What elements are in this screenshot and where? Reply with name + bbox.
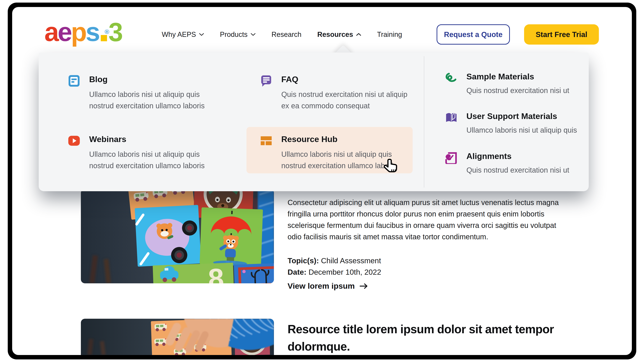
nav-label: Training xyxy=(377,30,402,38)
screenshot-canvas: aeps 3 ® Why AEPS Products Research Reso… xyxy=(0,0,644,362)
menu-item-title: Webinars xyxy=(89,134,218,144)
date-label: Date: xyxy=(288,268,306,276)
webinars-icon xyxy=(68,134,80,147)
nav-item-resources[interactable]: Resources xyxy=(317,30,361,38)
menu-item-text: User Support Materials Ullamco laboris n… xyxy=(466,112,577,136)
menu-divider xyxy=(424,56,424,188)
menu-item-desc: Ullamco laboris nisi ut aliquip quis nos… xyxy=(281,148,410,171)
nav-label: Products xyxy=(220,30,248,38)
nav-item-training[interactable]: Training xyxy=(377,30,402,38)
faq-icon xyxy=(260,74,272,87)
chevron-up-icon xyxy=(356,32,361,36)
menu-item-desc: Quis nostrud exercitation nisi ut aliqui… xyxy=(281,88,410,112)
registered-trademark: ® xyxy=(105,19,109,44)
request-quote-button[interactable]: Request a Quote xyxy=(436,24,510,44)
menu-item-desc: Ullamco laboris nisi ut aliquip quis nos… xyxy=(89,148,218,171)
resources-mega-menu: Blog Ullamco laboris nisi ut aliquip qui… xyxy=(39,52,589,191)
view-link-label: View lorem ipsum xyxy=(288,282,355,290)
svg-text:8: 8 xyxy=(208,262,224,283)
menu-item-user-support[interactable]: User Support Materials Ullamco laboris n… xyxy=(445,112,577,136)
resource-hub-icon xyxy=(260,134,272,147)
resource-meta: Topic(s): Child Assessment Date: Decembe… xyxy=(288,255,381,278)
menu-item-title: Alignments xyxy=(466,152,569,161)
chevron-down-icon xyxy=(199,32,204,36)
logo-letter-s: s xyxy=(86,19,99,45)
aeps3-logo[interactable]: aeps 3 ® xyxy=(44,19,123,45)
nav-item-products[interactable]: Products xyxy=(220,30,256,38)
logo-number-3: 3 xyxy=(108,19,123,45)
menu-item-title: FAQ xyxy=(281,74,410,84)
menu-item-sample-materials[interactable]: Sample Materials Quis nostrud exercitati… xyxy=(445,72,569,96)
menu-item-title: User Support Materials xyxy=(466,112,577,121)
arrow-right-icon xyxy=(360,283,368,289)
menu-item-text: Sample Materials Quis nostrud exercitati… xyxy=(466,72,569,96)
topic-line: Topic(s): Child Assessment xyxy=(288,255,381,266)
menu-item-text: Resource Hub Ullamco laboris nisi ut ali… xyxy=(281,134,410,171)
topic-value: Child Assessment xyxy=(319,256,381,265)
resource-image-hand[interactable] xyxy=(81,319,274,355)
nav-label: Research xyxy=(272,30,302,38)
menu-item-title: Resource Hub xyxy=(281,134,410,144)
menu-item-resource-hub[interactable]: Resource Hub Ullamco laboris nisi ut ali… xyxy=(260,134,410,171)
start-free-trial-button[interactable]: Start Free Trial xyxy=(524,24,599,44)
menu-item-desc: Quis nostrud exercitation nisi ut xyxy=(466,85,569,96)
topic-label: Topic(s): xyxy=(288,256,319,265)
menu-item-title: Blog xyxy=(89,74,218,84)
webpage: aeps 3 ® Why AEPS Products Research Reso… xyxy=(12,7,632,355)
logo-letter-e: e xyxy=(58,19,71,45)
menu-item-title: Sample Materials xyxy=(466,72,569,82)
view-resource-link[interactable]: View lorem ipsum xyxy=(288,282,368,290)
nav-label: Resources xyxy=(317,30,353,38)
chevron-down-icon xyxy=(250,32,256,36)
menu-item-desc: Ullamco laboris nisi ut aliquip quis xyxy=(466,124,577,136)
menu-item-text: FAQ Quis nostrud exercitation nisi ut al… xyxy=(281,74,410,112)
alignments-icon xyxy=(445,152,458,164)
menu-item-webinars[interactable]: Webinars Ullamco laboris nisi ut aliquip… xyxy=(68,134,218,171)
resource-image-blocks[interactable]: 8 xyxy=(81,189,274,283)
second-resource-title: Resource title lorem ipsum dolor sit ame… xyxy=(288,320,564,355)
date-value: December 10th, 2022 xyxy=(306,268,381,276)
date-line: Date: December 10th, 2022 xyxy=(288,266,381,278)
menu-item-desc: Ullamco laboris nisi ut aliquip quis nos… xyxy=(89,88,218,112)
child-hand-photo xyxy=(81,319,274,355)
main-nav: Why AEPS Products Research Resources Tra… xyxy=(162,26,402,43)
menu-item-desc: Quis nostrud exercitation nisi ut xyxy=(466,164,569,176)
sample-materials-icon xyxy=(445,72,458,84)
logo-letter-p: p xyxy=(71,19,86,45)
nav-item-why-aeps[interactable]: Why AEPS xyxy=(162,30,204,38)
menu-item-text: Alignments Quis nostrud exercitation nis… xyxy=(466,152,569,176)
nav-item-research[interactable]: Research xyxy=(272,30,302,38)
nav-label: Why AEPS xyxy=(162,30,196,38)
menu-item-text: Webinars Ullamco laboris nisi ut aliquip… xyxy=(89,134,218,171)
toy-blocks-photo: 8 xyxy=(81,189,274,283)
menu-item-faq[interactable]: FAQ Quis nostrud exercitation nisi ut al… xyxy=(260,74,410,112)
menu-item-blog[interactable]: Blog Ullamco laboris nisi ut aliquip qui… xyxy=(68,74,218,112)
menu-item-alignments[interactable]: Alignments Quis nostrud exercitation nis… xyxy=(445,152,569,176)
resource-description: Consectetur adipiscing elit ut aliquam p… xyxy=(288,197,566,242)
user-support-materials-icon xyxy=(445,112,458,124)
menu-item-text: Blog Ullamco laboris nisi ut aliquip qui… xyxy=(89,74,218,112)
blog-icon xyxy=(68,74,80,87)
logo-letter-a: a xyxy=(44,19,58,45)
